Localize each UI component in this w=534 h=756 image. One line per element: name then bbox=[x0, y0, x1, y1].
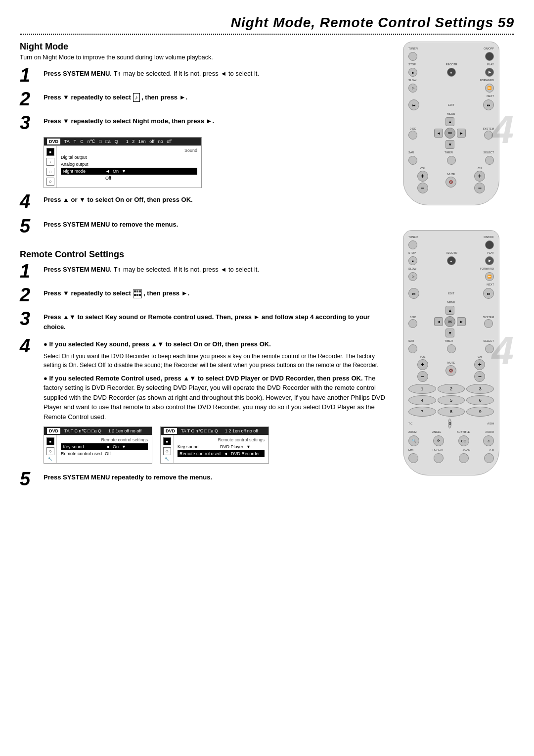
vol-down-btn[interactable]: − bbox=[417, 183, 428, 193]
remote1-top-labels: TUNER ON/OFF bbox=[408, 47, 494, 50]
sar-lbl: SAR bbox=[408, 151, 414, 154]
num-2-btn[interactable]: 2 bbox=[438, 384, 465, 394]
r2-prev-btn[interactable]: ⏮ bbox=[408, 288, 419, 299]
r2-timer-lbl: TIMER bbox=[445, 339, 453, 342]
two-screenshots-container: DVD TA T C n℃ □ □a Q 1 2 1en off no off … bbox=[44, 426, 391, 464]
sar-btn[interactable] bbox=[408, 156, 417, 165]
r2-recotr-btn[interactable]: ● bbox=[447, 256, 456, 265]
night-mode-step-4: 4 Press ▲ or ▼ to select On or Off, then… bbox=[20, 192, 391, 211]
remote2-numpad: 1 2 3 4 5 6 7 8 9 bbox=[408, 384, 494, 417]
r2-recotr-lbl: RECOTR bbox=[446, 251, 457, 254]
r2-vol-up-btn[interactable]: + bbox=[417, 359, 428, 370]
system-group: SYSTEM bbox=[483, 127, 494, 140]
r2-dpad-right[interactable]: ► bbox=[457, 317, 466, 326]
num-8-btn[interactable]: 8 bbox=[438, 407, 465, 417]
remote-control-settings-title: Remote Control Settings bbox=[20, 249, 391, 260]
dpad-ok[interactable]: OK bbox=[445, 128, 455, 139]
remote2-icon-btns: 🔍 ⟳ CC ♫ bbox=[408, 435, 494, 446]
night-mode-step-3: 3 Press ▼ repeatedly to select Night mod… bbox=[20, 113, 391, 132]
r2-dpad-up[interactable]: ▲ bbox=[445, 306, 454, 315]
r2-disc-btn[interactable] bbox=[408, 319, 417, 328]
slow-btn[interactable]: ▷ bbox=[408, 84, 417, 93]
menu-lbl: MENU bbox=[447, 112, 455, 115]
prev-btn[interactable]: ⏮ bbox=[408, 99, 419, 110]
select-btn[interactable] bbox=[485, 156, 494, 165]
r2-dpad-ok[interactable]: OK bbox=[445, 316, 455, 327]
remote1-next-label: NEXT bbox=[408, 94, 494, 97]
step-3-number: 3 bbox=[20, 113, 39, 132]
num-0-btn[interactable]: 0 bbox=[448, 419, 451, 428]
r2-mute-btn[interactable]: 🔇 bbox=[445, 365, 456, 376]
r2-forward-btn[interactable]: ⏩ bbox=[485, 272, 494, 281]
audio-btn[interactable]: ♫ bbox=[483, 435, 494, 446]
remote1-menu-label: MENU bbox=[408, 112, 494, 115]
repeat-btn[interactable] bbox=[434, 453, 444, 463]
step-2-content: Press ▼ repeatedly to select ♪ , then pr… bbox=[44, 90, 391, 102]
remote2-sfn-btns: ▷ ⏩ bbox=[408, 272, 494, 281]
next-btn[interactable]: ⏭ bbox=[483, 99, 494, 110]
remote2-transport-btns: ■ ● ▶ bbox=[408, 256, 494, 265]
ss2-keysound-label: Key sound bbox=[178, 444, 217, 449]
remote1-vol-ch: VOL + − MUTE 🔇 CH + − bbox=[408, 167, 494, 193]
ss1-row-keysound: Key sound ◄ On ▼ bbox=[61, 443, 148, 450]
dpad-up[interactable]: ▲ bbox=[445, 117, 454, 126]
r2-sar-btn[interactable] bbox=[408, 344, 417, 353]
remote2-bottom-labels: DIM REPEAT SCAN A-B bbox=[408, 448, 494, 451]
onoff-btn[interactable] bbox=[485, 52, 494, 61]
r2-play-btn[interactable]: ▶ bbox=[485, 256, 494, 265]
r2-vol-down-btn[interactable]: − bbox=[417, 371, 428, 382]
num-6-btn[interactable]: 6 bbox=[466, 395, 494, 405]
r2-mute-lbl: MUTE bbox=[447, 361, 455, 364]
step-5-content: Press SYSTEM MENU to remove the menus. bbox=[44, 217, 391, 230]
angle-btn[interactable]: ⟳ bbox=[433, 435, 444, 446]
play-btn[interactable]: ▶ bbox=[485, 68, 494, 77]
r2-next-btn[interactable]: ⏭ bbox=[483, 288, 494, 299]
r2-ch-lbl: CH bbox=[478, 355, 482, 358]
scan-btn[interactable] bbox=[459, 453, 469, 463]
tuner-btn[interactable] bbox=[408, 52, 417, 61]
step-4-number: 4 bbox=[20, 192, 39, 211]
r2-timer-btn[interactable] bbox=[447, 344, 456, 353]
step-2-text: Press ▼ repeatedly to select ♪ , then pr… bbox=[44, 93, 391, 102]
r2-ch-group: CH + − bbox=[474, 355, 485, 382]
zoom-btn[interactable]: 🔍 bbox=[408, 435, 419, 446]
disc-btn[interactable] bbox=[408, 131, 417, 140]
r2-stop-btn[interactable]: ■ bbox=[408, 256, 417, 265]
dim-btn[interactable] bbox=[408, 453, 418, 463]
ch-down-btn[interactable]: − bbox=[474, 183, 485, 193]
stop-btn[interactable]: ■ bbox=[408, 68, 417, 77]
num-5-btn[interactable]: 5 bbox=[438, 395, 465, 405]
dpad-left[interactable]: ◄ bbox=[434, 129, 443, 138]
forward-btn[interactable]: ⏩ bbox=[485, 84, 494, 93]
num-1-btn[interactable]: 1 bbox=[408, 384, 436, 394]
r2-onoff-btn[interactable] bbox=[485, 240, 494, 249]
r2-select-btn[interactable] bbox=[485, 344, 494, 353]
subtitle-btn[interactable]: CC bbox=[458, 435, 469, 446]
num-7-btn[interactable]: 7 bbox=[408, 407, 436, 417]
vol-up-btn[interactable]: + bbox=[417, 171, 428, 182]
recotr-btn[interactable]: ● bbox=[447, 68, 456, 77]
r2-ch-up-btn[interactable]: + bbox=[474, 359, 485, 370]
num-9-btn[interactable]: 9 bbox=[466, 407, 494, 417]
timer-btn[interactable] bbox=[447, 156, 456, 165]
r2-dpad-left[interactable]: ◄ bbox=[434, 317, 443, 326]
r2-tuner-btn[interactable] bbox=[408, 240, 417, 249]
menu-icon-selected: ■ bbox=[46, 148, 54, 156]
system-btn[interactable] bbox=[484, 131, 493, 140]
rcs-step-3: 3 Press ▲▼ to select Key sound or Remote… bbox=[20, 309, 391, 331]
r2-ch-down-btn[interactable]: − bbox=[474, 371, 485, 382]
num-4-btn[interactable]: 4 bbox=[408, 395, 436, 405]
r2-aoh-lbl: A/OH bbox=[488, 422, 494, 425]
mute-btn[interactable]: 🔇 bbox=[445, 177, 456, 188]
dpad-down[interactable]: ▼ bbox=[445, 140, 454, 149]
num-3-btn[interactable]: 3 bbox=[466, 384, 494, 394]
r2-dpad-down[interactable]: ▼ bbox=[445, 329, 454, 337]
section-divider bbox=[20, 243, 391, 244]
ch-up-btn[interactable]: + bbox=[474, 171, 485, 182]
remote2-tc-row: T.C 0 A/OH bbox=[408, 419, 494, 428]
ab-btn[interactable] bbox=[484, 453, 494, 463]
remote2-vol-ch: VOL + − MUTE 🔇 CH + − bbox=[408, 355, 494, 382]
r2-system-btn[interactable] bbox=[484, 319, 493, 328]
r2-slow-btn[interactable]: ▷ bbox=[408, 272, 417, 281]
dpad-right[interactable]: ► bbox=[457, 129, 466, 138]
